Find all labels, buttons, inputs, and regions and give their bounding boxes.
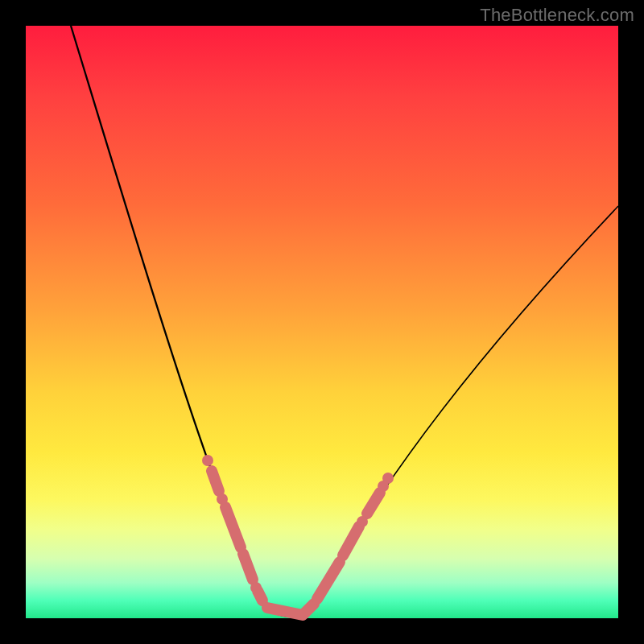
left-curve	[71, 26, 291, 617]
chart-svg	[26, 26, 618, 618]
left-bead-dot-top	[202, 455, 213, 466]
watermark-text: TheBottleneck.com	[480, 5, 634, 26]
right-bead-dot-mid	[357, 516, 368, 527]
right-bead-segment-2	[317, 562, 340, 599]
floor-bead-segment	[267, 608, 303, 615]
right-bead-segment-4	[367, 493, 380, 514]
right-bead-segment-1	[304, 604, 314, 613]
right-bead-dot-upper	[378, 481, 389, 492]
chart-frame: TheBottleneck.com	[0, 0, 644, 644]
left-bead-segment-1	[212, 471, 219, 491]
right-bead-segment-3	[343, 526, 359, 555]
left-bead-dot-mid	[217, 493, 228, 505]
left-bead-segment-3	[243, 554, 253, 580]
left-bead-dot-low	[250, 582, 262, 593]
left-bead-segment-2	[225, 507, 241, 547]
plot-area	[26, 26, 618, 618]
